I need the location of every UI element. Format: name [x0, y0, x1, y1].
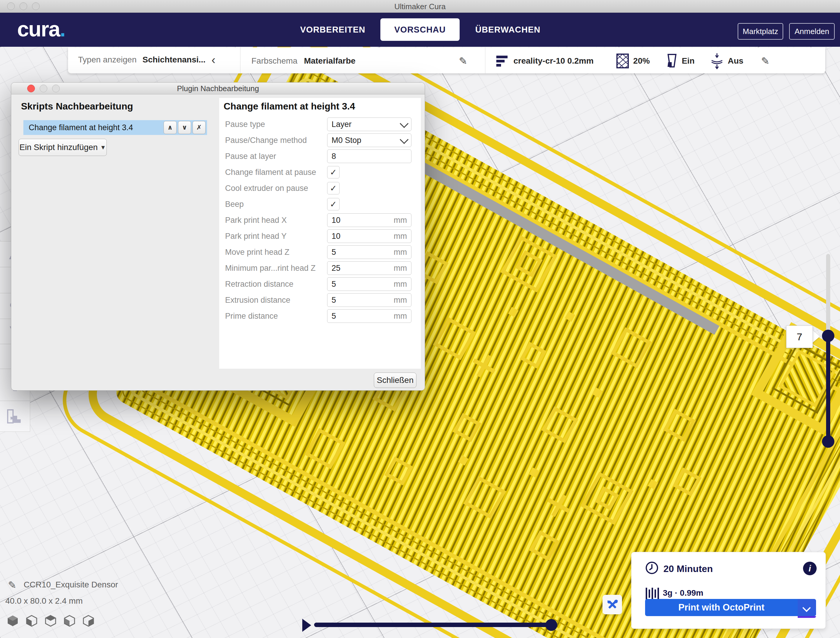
timeline-handle[interactable]	[545, 619, 557, 631]
view-right-icon[interactable]	[82, 614, 95, 627]
move-script-up-button[interactable]: ∧	[164, 121, 177, 134]
view-front-icon[interactable]	[25, 614, 38, 627]
setting-row: Park print head X10mm	[219, 213, 421, 227]
print-with-octoprint-button[interactable]: Print with OctoPrint	[645, 599, 816, 616]
window-titlebar: Ultimaker Cura	[0, 0, 840, 13]
view-top-icon[interactable]	[44, 614, 57, 627]
color-scheme-control[interactable]: Farbschema Materialfarbe ✎	[251, 55, 476, 67]
add-script-button[interactable]: Ein Skript hinzufügen ▼	[19, 139, 107, 156]
view-type-value: Schichtenansi...	[142, 55, 205, 65]
play-button[interactable]	[302, 619, 311, 632]
support-value: Ein	[682, 56, 695, 66]
layer-slider-range[interactable]	[826, 336, 830, 442]
tab-ueberwachen[interactable]: ÜBERWACHEN	[475, 13, 540, 47]
setting-label: Extrusion distance	[225, 296, 291, 305]
logo-dot: .	[60, 17, 65, 41]
rename-model-pencil-icon[interactable]: ✎	[8, 579, 17, 591]
tab-vorbereiten[interactable]: VORBEREITEN	[300, 13, 365, 47]
setting-checkbox[interactable]: ✓	[327, 166, 339, 179]
per-object-settings-button[interactable]	[0, 401, 30, 431]
monitor-tools-button[interactable]	[603, 595, 622, 614]
model-name: CCR10_Exquisite Densor	[24, 580, 118, 589]
chevron-down-icon	[399, 119, 409, 128]
printer-profile-value: creality-cr-10 0.2mm	[513, 56, 594, 66]
setting-value: 5	[332, 312, 394, 321]
per-object-settings-icon	[6, 408, 24, 424]
dialog-titlebar[interactable]: Plugin Nachbearbeitung	[11, 82, 425, 94]
marketplace-button[interactable]: Marktplatz	[738, 23, 783, 40]
move-script-down-button[interactable]: ∨	[178, 121, 191, 134]
setting-row: Move print head Z5mm	[219, 245, 421, 259]
setting-value: Layer	[332, 120, 400, 129]
setting-unit: mm	[394, 264, 407, 273]
print-duration: 20 Minuten	[663, 564, 713, 575]
layer-slider-lower-handle[interactable]	[822, 435, 834, 448]
layers-icon	[496, 55, 508, 66]
setting-input[interactable]: 25mm	[327, 261, 411, 275]
setting-unit: mm	[394, 296, 407, 305]
setting-row: Pause/Change methodM0 Stop	[219, 133, 421, 147]
remove-script-button[interactable]: ✗	[193, 121, 205, 134]
setting-unit: mm	[394, 312, 407, 321]
signin-button[interactable]: Anmelden	[789, 23, 835, 40]
view-3d-icon[interactable]	[6, 614, 19, 627]
tab-vorschau[interactable]: VORSCHAU	[381, 18, 459, 41]
setting-input[interactable]: 10mm	[327, 230, 411, 243]
setting-label: Retraction distance	[225, 280, 294, 289]
setting-row: Park print head Y10mm	[219, 230, 421, 243]
setting-unit: mm	[394, 232, 407, 241]
setting-row: Beep✓	[219, 197, 421, 211]
setting-row: Pause typeLayer	[219, 117, 421, 131]
setting-label: Cool extruder on pause	[225, 184, 308, 193]
edit-view-pencil-icon[interactable]: ✎	[459, 55, 467, 67]
print-settings-summary[interactable]: creality-cr-10 0.2mm 20% Ein Aus ✎	[496, 53, 770, 69]
setting-value: 8	[332, 152, 411, 161]
setting-label: Pause type	[225, 120, 265, 129]
timeline-track[interactable]	[314, 623, 551, 627]
setting-value: M0 Stop	[332, 136, 400, 145]
setting-row: Retraction distance5mm	[219, 277, 421, 291]
setting-label: Move print head Z	[225, 248, 290, 257]
info-icon[interactable]: i	[803, 562, 816, 575]
setting-select[interactable]: Layer	[327, 117, 411, 131]
setting-row: Pause at layer8	[219, 149, 421, 163]
settings-heading: Change filament at height 3.4	[224, 101, 355, 112]
setting-label: Park print head Y	[225, 232, 287, 241]
setting-input[interactable]: 5mm	[327, 309, 411, 323]
setting-input[interactable]: 10mm	[327, 213, 411, 227]
setting-input[interactable]: 8	[327, 149, 411, 163]
infill-icon	[616, 53, 629, 69]
setting-unit: mm	[394, 248, 407, 257]
close-dialog-button[interactable]: Schließen	[374, 372, 417, 388]
view-type-control[interactable]: Typen anzeigen Schichtenansi... ‹	[78, 55, 215, 65]
color-scheme-value: Materialfarbe	[304, 56, 355, 66]
view-toolbar: Typen anzeigen Schichtenansi... ‹ Farbsc…	[68, 47, 825, 73]
print-job-card: 20 Minuten i 3g · 0.99m Print with OctoP…	[631, 552, 826, 629]
infill-value: 20%	[633, 56, 650, 66]
setting-input[interactable]: 5mm	[327, 293, 411, 307]
dialog-title: Plugin Nachbearbeitung	[11, 84, 425, 93]
view-type-label: Typen anzeigen	[78, 55, 137, 65]
setting-input[interactable]: 5mm	[327, 245, 411, 259]
setting-checkbox[interactable]: ✓	[327, 182, 339, 195]
setting-row: Minimum par...rint head Z25mm	[219, 261, 421, 275]
setting-select[interactable]: M0 Stop	[327, 133, 411, 147]
setting-input[interactable]: 5mm	[327, 277, 411, 291]
layer-slider-upper-handle[interactable]	[822, 330, 834, 342]
camera-view-presets	[6, 614, 95, 627]
view-left-icon[interactable]	[63, 614, 76, 627]
print-options-chevron-icon[interactable]	[798, 599, 816, 616]
script-name: Change filament at height 3.4	[29, 123, 164, 132]
edit-print-settings-pencil-icon[interactable]: ✎	[761, 55, 770, 67]
color-scheme-label: Farbschema	[251, 56, 298, 66]
setting-label: Change filament at pause	[225, 168, 316, 177]
material-usage: 3g · 0.99m	[663, 588, 703, 598]
hammer-wrench-icon	[606, 598, 619, 611]
setting-value: 10	[332, 216, 394, 225]
script-list-item-selected[interactable]: Change filament at height 3.4 ∧ ∨ ✗	[24, 120, 207, 135]
current-layer-value: 7	[797, 331, 802, 343]
collapse-chevron-icon[interactable]: ‹	[212, 55, 215, 64]
setting-checkbox[interactable]: ✓	[327, 198, 339, 211]
scripts-heading: Skripts Nachbearbeitung	[21, 101, 133, 112]
layer-tooltip: 7	[786, 326, 813, 348]
